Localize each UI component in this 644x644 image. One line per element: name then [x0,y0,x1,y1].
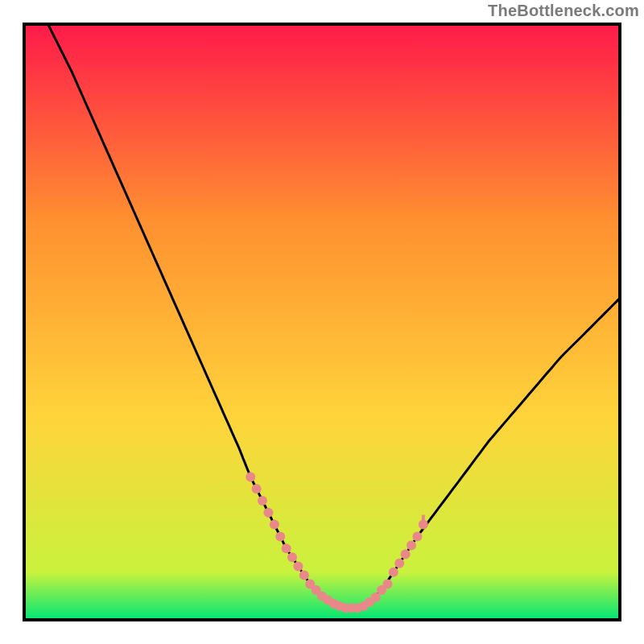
highlight-dot [252,484,262,493]
highlight-dot [287,552,297,562]
highlight-dot [299,571,309,580]
plot-background [24,24,620,620]
chart-wrapper: TheBottleneck.com [0,0,644,644]
highlight-dot [407,541,416,551]
highlight-dot [394,559,404,568]
highlight-dot [293,561,303,571]
bottleneck-chart [0,0,644,644]
highlight-dot [246,472,255,481]
watermark-text: TheBottleneck.com [488,2,639,20]
highlight-dot [382,580,392,589]
highlight-dot [401,550,411,559]
highlight-dot [263,508,273,518]
highlight-dot [275,531,285,541]
highlight-dot [389,568,398,577]
highlight-dot [282,543,291,553]
highlight-dot [258,496,267,506]
highlight-dot [270,520,279,530]
highlight-dot [412,531,422,541]
